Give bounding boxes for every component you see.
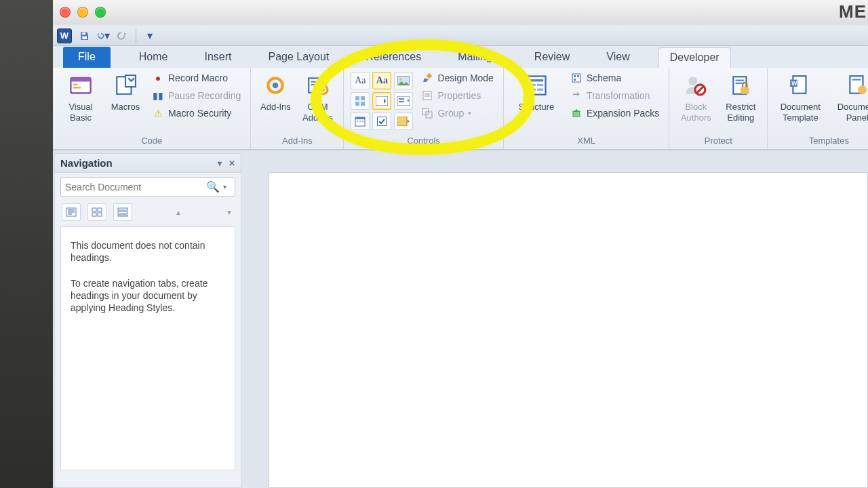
nav-empty-msg-1: This document does not contain headings. [71,239,225,264]
search-dropdown-icon[interactable]: ▾ [218,183,231,190]
tab-references[interactable]: References [357,47,429,68]
zoom-window-icon[interactable] [95,7,106,18]
macro-security-button[interactable]: ⚠ Macro Security [149,106,243,121]
transformation-button[interactable]: Transformation [568,88,662,103]
svg-point-14 [322,88,325,91]
visual-basic-button[interactable]: Visual Basic [60,70,102,123]
schema-button[interactable]: Schema [568,70,662,85]
svg-text:W: W [792,80,798,87]
expansion-packs-button[interactable]: Expansion Packs [568,106,662,121]
window-title-fragment: ME [839,1,867,22]
redo-icon[interactable] [115,29,129,43]
nav-headings-view-icon[interactable] [62,203,81,221]
svg-rect-67 [92,213,96,216]
svg-rect-39 [530,79,543,81]
visual-basic-label: Visual Basic [68,102,92,123]
picture-control-icon[interactable] [394,72,413,89]
document-template-icon: W [787,72,814,99]
restrict-editing-button[interactable]: Restrict Editing [721,70,760,123]
svg-rect-26 [355,117,365,119]
svg-rect-65 [92,208,96,211]
nav-pages-view-icon[interactable] [87,203,106,221]
minimize-window-icon[interactable] [77,7,88,18]
desktop-background-strip [0,0,53,488]
nav-next-icon[interactable]: ▾ [224,207,234,217]
navigation-title: Navigation [60,157,113,169]
com-addins-label: COM Add-Ins [302,102,333,123]
block-authors-label: Block Authors [681,102,711,123]
document-template-button[interactable]: W Document Template [774,70,826,123]
pause-recording-button[interactable]: ▮▮ Pause Recording [149,88,243,103]
tab-home[interactable]: Home [131,47,176,68]
document-canvas[interactable] [269,172,868,488]
tab-review[interactable]: Review [526,47,578,68]
svg-rect-3 [71,78,90,82]
search-icon[interactable]: 🔍 [206,180,218,193]
tab-page-layout[interactable]: Page Layout [260,47,337,68]
nav-empty-msg-2: To create navigation tabs, create headin… [71,277,225,314]
document-template-label: Document Template [781,102,821,123]
document-panel-label: Document Panel [837,102,868,123]
close-window-icon[interactable] [60,7,71,18]
ribbon: Visual Basic Macros ● Record Macro ▮▮ [53,68,868,150]
expansion-packs-icon [570,107,583,119]
svg-rect-31 [397,117,407,126]
svg-rect-42 [530,89,536,91]
tab-view[interactable]: View [598,47,637,68]
search-document-field[interactable]: 🔍 ▾ [60,177,235,197]
qat-customize-icon[interactable]: ▾ [143,29,157,43]
group-button[interactable]: Group ▾ [418,106,496,121]
nav-prev-icon[interactable]: ▴ [174,207,183,217]
nav-results-view-icon[interactable] [113,203,132,221]
addins-button[interactable]: Add-Ins [258,70,293,113]
word-window: ME W ▾ ▾ File Home Insert Page Layout Re… [53,0,868,488]
svg-rect-5 [73,87,81,88]
properties-button[interactable]: Properties [418,88,496,103]
date-picker-control-icon[interactable] [351,113,370,130]
navigation-dropdown-icon[interactable]: ▾ [218,159,222,168]
tab-developer[interactable]: Developer [658,47,731,69]
structure-icon [523,72,550,99]
dropdown-list-control-icon[interactable] [394,92,413,110]
undo-icon[interactable]: ▾ [96,29,110,43]
svg-rect-71 [118,215,127,216]
svg-rect-35 [425,96,430,97]
svg-rect-17 [355,96,359,100]
svg-point-9 [273,83,279,89]
navigation-pane: Navigation ▾ ✕ 🔍 ▾ ▴ ▾ This docum [54,153,241,488]
record-macro-button[interactable]: ● Record Macro [149,70,243,85]
rich-text-control-icon[interactable]: Aa [351,72,370,89]
svg-rect-18 [361,96,365,100]
svg-rect-47 [574,79,576,81]
com-addins-icon [304,72,331,99]
svg-rect-66 [98,208,102,211]
building-block-control-icon[interactable] [351,92,370,110]
pause-recording-label: Pause Recording [168,90,241,101]
tab-file[interactable]: File [63,47,111,68]
title-bar: ME [53,0,868,24]
design-mode-button[interactable]: Design Mode [418,70,496,85]
macros-button[interactable]: Macros [107,70,144,113]
search-input[interactable] [65,182,206,192]
group-code-label: Code [60,134,243,148]
structure-button[interactable]: Structure [511,70,562,113]
tab-insert[interactable]: Insert [196,47,239,68]
checkbox-control-icon[interactable] [372,113,391,130]
plain-text-control-icon[interactable]: Aa [372,72,391,89]
svg-rect-32 [427,73,432,79]
save-icon[interactable] [77,29,91,43]
combo-box-control-icon[interactable] [372,92,391,110]
restrict-editing-icon [727,72,754,99]
block-authors-icon [682,72,709,99]
svg-rect-19 [355,102,359,106]
com-addins-button[interactable]: COM Add-Ins [298,70,336,123]
block-authors-button[interactable]: Block Authors [676,70,715,123]
navigation-close-icon[interactable]: ✕ [229,159,235,168]
quick-access-toolbar: W ▾ ▾ [53,26,868,46]
expansion-packs-label: Expansion Packs [587,108,659,119]
word-app-icon[interactable]: W [57,28,72,43]
group-protect-label: Protect [676,134,760,148]
legacy-tools-icon[interactable] [394,113,413,130]
document-panel-button[interactable]: Document Panel [831,70,868,123]
tab-mailings[interactable]: Mailings [450,47,506,68]
